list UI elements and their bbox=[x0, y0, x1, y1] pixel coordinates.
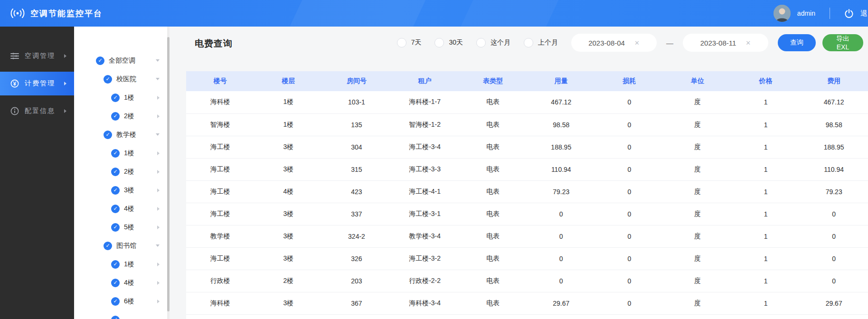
chevron-right-icon[interactable] bbox=[157, 225, 160, 229]
table-cell: 海科楼-1-7 bbox=[391, 91, 459, 113]
tree-item-教学楼[interactable]: ✓教学楼 bbox=[74, 125, 167, 144]
table-cell: 326 bbox=[322, 247, 391, 270]
table-row: 海工楼3楼337海工楼-3-1电表00度10 bbox=[186, 203, 868, 225]
checkbox-checked-icon[interactable]: ✓ bbox=[111, 297, 120, 306]
chevron-right-icon[interactable] bbox=[157, 96, 160, 100]
chevron-right-icon[interactable] bbox=[157, 207, 160, 211]
chevron-down-icon[interactable] bbox=[156, 59, 160, 62]
column-header-费用[interactable]: 费用 bbox=[800, 71, 868, 91]
chevron-right-icon[interactable] bbox=[157, 281, 160, 285]
tree-item-图书馆[interactable]: ✓图书馆 bbox=[74, 236, 167, 255]
checkbox-checked-icon[interactable]: ✓ bbox=[104, 131, 112, 139]
end-date-picker[interactable]: 2023-08-11 ✕ bbox=[683, 34, 768, 52]
table-cell: 电表 bbox=[459, 180, 527, 203]
tree-item-校医院[interactable]: ✓校医院 bbox=[74, 70, 167, 88]
chevron-right-icon[interactable] bbox=[157, 170, 160, 174]
chevron-down-icon[interactable] bbox=[156, 133, 160, 136]
topbar-decoration bbox=[453, 0, 563, 27]
radio-30天[interactable]: 30天 bbox=[434, 38, 463, 47]
sidebar-item-配置信息[interactable]: 配置信息 bbox=[0, 99, 74, 123]
power-icon[interactable] bbox=[844, 9, 854, 18]
column-header-租户[interactable]: 租户 bbox=[391, 71, 459, 91]
tree-item-label: 1楼 bbox=[124, 149, 134, 158]
chevron-down-icon[interactable] bbox=[156, 244, 160, 247]
tree-item-4楼[interactable]: ✓4楼 bbox=[74, 273, 167, 292]
sidebar-item-label: 配置信息 bbox=[25, 107, 64, 115]
checkbox-checked-icon[interactable]: ✓ bbox=[104, 242, 112, 250]
tree-item-2楼[interactable]: ✓2楼 bbox=[74, 162, 167, 181]
username[interactable]: admin bbox=[797, 9, 815, 17]
radio-circle-icon[interactable] bbox=[524, 38, 533, 47]
sidebar-item-label: 计费管理 bbox=[25, 79, 64, 88]
table-cell: 0 bbox=[800, 203, 868, 225]
tree-item-3楼[interactable]: ✓3楼 bbox=[74, 181, 167, 199]
sidebar-item-空调管理[interactable]: 空调管理 bbox=[0, 44, 74, 68]
clear-start-date-icon[interactable]: ✕ bbox=[634, 39, 640, 47]
tree-item-1楼[interactable]: ✓1楼 bbox=[74, 144, 167, 162]
checkbox-checked-icon[interactable]: ✓ bbox=[111, 279, 120, 287]
tree-item-partial[interactable]: ✓ bbox=[74, 310, 167, 319]
tree-item-1楼[interactable]: ✓1楼 bbox=[74, 88, 167, 107]
radio-上个月[interactable]: 上个月 bbox=[524, 38, 558, 47]
checkbox-checked-icon[interactable]: ✓ bbox=[111, 168, 120, 176]
table-cell: 海工楼 bbox=[186, 180, 255, 203]
app-title: 空调节能监控平台 bbox=[30, 8, 103, 19]
chevron-right-icon[interactable] bbox=[157, 188, 160, 192]
chevron-down-icon[interactable] bbox=[156, 78, 160, 80]
column-header-楼号[interactable]: 楼号 bbox=[186, 71, 255, 91]
checkbox-checked-icon[interactable]: ✓ bbox=[111, 149, 120, 158]
tree-item-label: 3楼 bbox=[124, 186, 134, 195]
checkbox-checked-icon[interactable]: ✓ bbox=[111, 94, 120, 102]
checkbox-checked-icon[interactable]: ✓ bbox=[111, 316, 120, 319]
checkbox-checked-icon[interactable]: ✓ bbox=[111, 260, 120, 269]
column-header-单位[interactable]: 单位 bbox=[663, 71, 732, 91]
column-header-表类型[interactable]: 表类型 bbox=[459, 71, 527, 91]
radio-7天[interactable]: 7天 bbox=[397, 38, 422, 47]
sidebar-item-计费管理[interactable]: 计费管理 bbox=[0, 72, 74, 95]
export-excel-button[interactable]: 导出EXL bbox=[822, 34, 863, 51]
table-cell: 度 bbox=[663, 136, 732, 158]
start-date-picker[interactable]: 2023-08-04 ✕ bbox=[571, 34, 657, 52]
column-header-房间号[interactable]: 房间号 bbox=[322, 71, 391, 91]
query-button[interactable]: 查询 bbox=[778, 34, 816, 51]
clear-end-date-icon[interactable]: ✕ bbox=[745, 39, 751, 47]
end-date-value[interactable]: 2023-08-11 bbox=[700, 39, 736, 47]
tree-item-全部空调[interactable]: ✓全部空调 bbox=[74, 51, 167, 70]
table-cell: 367 bbox=[322, 292, 391, 314]
radio-circle-icon[interactable] bbox=[434, 38, 444, 47]
column-header-楼层[interactable]: 楼层 bbox=[255, 71, 323, 91]
topbar-decoration bbox=[282, 0, 430, 27]
tree-item-2楼[interactable]: ✓2楼 bbox=[74, 107, 167, 125]
info-icon bbox=[10, 107, 19, 115]
chevron-right-icon[interactable] bbox=[157, 263, 160, 266]
logout-button[interactable]: 退 bbox=[860, 9, 868, 18]
radio-circle-icon[interactable] bbox=[397, 38, 406, 47]
tree-item-1楼[interactable]: ✓1楼 bbox=[74, 255, 167, 273]
tree-item-5楼[interactable]: ✓5楼 bbox=[74, 218, 167, 236]
chevron-right-icon[interactable] bbox=[157, 114, 160, 118]
table-cell: 135 bbox=[322, 113, 391, 136]
tree-item-label: 1楼 bbox=[124, 260, 134, 269]
tree-item-4楼[interactable]: ✓4楼 bbox=[74, 199, 167, 218]
checkbox-checked-icon[interactable]: ✓ bbox=[111, 205, 120, 213]
table-cell: 海科楼-3-4 bbox=[391, 292, 459, 314]
column-header-价格[interactable]: 价格 bbox=[732, 71, 800, 91]
chevron-right-icon[interactable] bbox=[157, 151, 160, 155]
tree-item-6楼[interactable]: ✓6楼 bbox=[74, 292, 167, 310]
checkbox-checked-icon[interactable]: ✓ bbox=[111, 223, 120, 232]
table-cell: 行政楼 bbox=[186, 270, 255, 292]
radio-这个月[interactable]: 这个月 bbox=[476, 38, 510, 47]
checkbox-checked-icon[interactable]: ✓ bbox=[111, 186, 120, 195]
chevron-right-icon[interactable] bbox=[157, 300, 160, 303]
start-date-value[interactable]: 2023-08-04 bbox=[588, 39, 625, 47]
table-cell: 0 bbox=[800, 247, 868, 270]
column-header-损耗[interactable]: 损耗 bbox=[595, 71, 664, 91]
checkbox-checked-icon[interactable]: ✓ bbox=[96, 56, 104, 65]
table-row: 海工楼3楼326海工楼-3-2电表00度10 bbox=[186, 247, 868, 270]
radio-label: 这个月 bbox=[491, 38, 510, 47]
avatar[interactable] bbox=[774, 5, 791, 22]
checkbox-checked-icon[interactable]: ✓ bbox=[104, 75, 112, 84]
checkbox-checked-icon[interactable]: ✓ bbox=[111, 112, 120, 121]
column-header-用量[interactable]: 用量 bbox=[527, 71, 595, 91]
radio-circle-icon[interactable] bbox=[476, 38, 486, 47]
